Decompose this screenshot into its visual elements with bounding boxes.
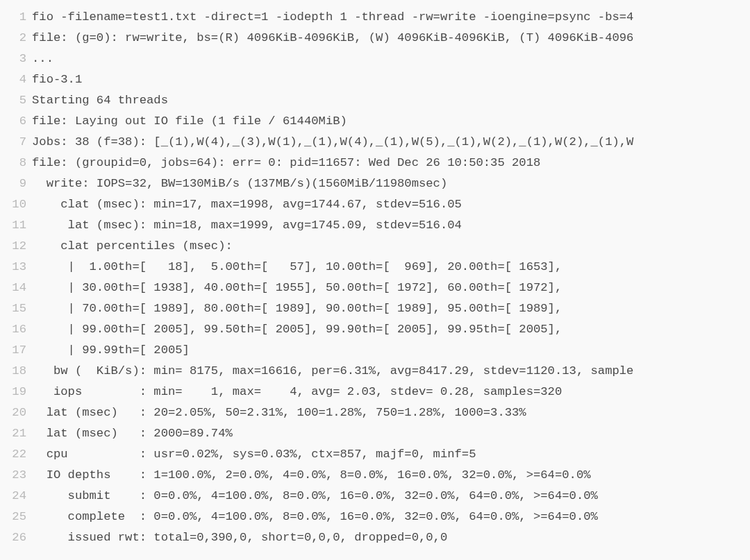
line-content: | 30.00th=[ 1938], 40.00th=[ 1955], 50.0… — [32, 278, 750, 298]
line-number: 14 — [0, 278, 32, 298]
line-content: lat (msec) : 20=2.05%, 50=2.31%, 100=1.2… — [32, 402, 750, 423]
line-content: cpu : usr=0.02%, sys=0.03%, ctx=857, maj… — [32, 444, 750, 465]
line-content: | 99.99th=[ 2005] — [32, 340, 750, 361]
line-content: lat (msec) : 2000=89.74% — [32, 423, 750, 444]
line-number: 25 — [0, 507, 32, 527]
code-line: 8file: (groupid=0, jobs=64): err= 0: pid… — [0, 153, 750, 173]
line-content: clat (msec): min=17, max=1998, avg=1744.… — [32, 194, 750, 215]
line-content: | 70.00th=[ 1989], 80.00th=[ 1989], 90.0… — [32, 298, 750, 319]
code-line: 16 | 99.00th=[ 2005], 99.50th=[ 2005], 9… — [0, 319, 750, 340]
line-number: 13 — [0, 257, 32, 278]
line-number: 15 — [0, 298, 32, 319]
code-line: 11 lat (msec): min=18, max=1999, avg=174… — [0, 215, 750, 236]
line-number: 9 — [0, 173, 32, 194]
line-number: 2 — [0, 28, 32, 49]
code-block: 1fio -filename=test1.txt -direct=1 -iode… — [0, 0, 750, 548]
code-line: 26 issued rwt: total=0,390,0, short=0,0,… — [0, 527, 750, 548]
line-content: issued rwt: total=0,390,0, short=0,0,0, … — [32, 527, 750, 548]
line-content: file: (g=0): rw=write, bs=(R) 4096KiB-40… — [32, 28, 750, 49]
line-content: fio -filename=test1.txt -direct=1 -iodep… — [32, 7, 750, 28]
code-line: 5Starting 64 threads — [0, 90, 750, 111]
line-content: Jobs: 38 (f=38): [_(1),W(4),_(3),W(1),_(… — [32, 132, 750, 153]
line-number: 18 — [0, 361, 32, 382]
line-content: file: Laying out IO file (1 file / 61440… — [32, 111, 750, 132]
code-line: 23 IO depths : 1=100.0%, 2=0.0%, 4=0.0%,… — [0, 465, 750, 486]
code-line: 21 lat (msec) : 2000=89.74% — [0, 423, 750, 444]
line-content: write: IOPS=32, BW=130MiB/s (137MB/s)(15… — [32, 173, 750, 194]
line-content: submit : 0=0.0%, 4=100.0%, 8=0.0%, 16=0.… — [32, 486, 750, 507]
code-line: 10 clat (msec): min=17, max=1998, avg=17… — [0, 194, 750, 215]
line-number: 8 — [0, 153, 32, 173]
code-line: 4fio-3.1 — [0, 69, 750, 90]
code-line: 1fio -filename=test1.txt -direct=1 -iode… — [0, 7, 750, 28]
line-content: | 99.00th=[ 2005], 99.50th=[ 2005], 99.9… — [32, 319, 750, 340]
line-number: 17 — [0, 340, 32, 361]
line-number: 10 — [0, 194, 32, 215]
code-line: 22 cpu : usr=0.02%, sys=0.03%, ctx=857, … — [0, 444, 750, 465]
line-number: 6 — [0, 111, 32, 132]
line-number: 16 — [0, 319, 32, 340]
line-number: 24 — [0, 486, 32, 507]
line-number: 12 — [0, 236, 32, 257]
code-line: 12 clat percentiles (msec): — [0, 236, 750, 257]
code-line: 24 submit : 0=0.0%, 4=100.0%, 8=0.0%, 16… — [0, 486, 750, 507]
line-number: 19 — [0, 382, 32, 402]
line-number: 4 — [0, 69, 32, 90]
code-line: 13 | 1.00th=[ 18], 5.00th=[ 57], 10.00th… — [0, 257, 750, 278]
code-line: 17 | 99.99th=[ 2005] — [0, 340, 750, 361]
line-content: IO depths : 1=100.0%, 2=0.0%, 4=0.0%, 8=… — [32, 465, 750, 486]
line-content: complete : 0=0.0%, 4=100.0%, 8=0.0%, 16=… — [32, 507, 750, 527]
line-content: ... — [32, 49, 750, 69]
code-line: 7Jobs: 38 (f=38): [_(1),W(4),_(3),W(1),_… — [0, 132, 750, 153]
code-line: 14 | 30.00th=[ 1938], 40.00th=[ 1955], 5… — [0, 278, 750, 298]
code-line: 9 write: IOPS=32, BW=130MiB/s (137MB/s)(… — [0, 173, 750, 194]
line-number: 26 — [0, 527, 32, 548]
line-content: file: (groupid=0, jobs=64): err= 0: pid=… — [32, 153, 750, 173]
line-number: 3 — [0, 49, 32, 69]
line-content: lat (msec): min=18, max=1999, avg=1745.0… — [32, 215, 750, 236]
code-line: 20 lat (msec) : 20=2.05%, 50=2.31%, 100=… — [0, 402, 750, 423]
code-line: 19 iops : min= 1, max= 4, avg= 2.03, std… — [0, 382, 750, 402]
code-line: 6file: Laying out IO file (1 file / 6144… — [0, 111, 750, 132]
line-content: fio-3.1 — [32, 69, 750, 90]
line-content: bw ( KiB/s): min= 8175, max=16616, per=6… — [32, 361, 750, 382]
line-number: 21 — [0, 423, 32, 444]
line-number: 5 — [0, 90, 32, 111]
code-line: 18 bw ( KiB/s): min= 8175, max=16616, pe… — [0, 361, 750, 382]
line-number: 20 — [0, 402, 32, 423]
line-content: | 1.00th=[ 18], 5.00th=[ 57], 10.00th=[ … — [32, 257, 750, 278]
code-line: 2file: (g=0): rw=write, bs=(R) 4096KiB-4… — [0, 28, 750, 49]
line-number: 7 — [0, 132, 32, 153]
code-line: 3... — [0, 49, 750, 69]
line-content: iops : min= 1, max= 4, avg= 2.03, stdev=… — [32, 382, 750, 402]
code-line: 25 complete : 0=0.0%, 4=100.0%, 8=0.0%, … — [0, 507, 750, 527]
line-content: clat percentiles (msec): — [32, 236, 750, 257]
line-number: 22 — [0, 444, 32, 465]
line-content: Starting 64 threads — [32, 90, 750, 111]
line-number: 23 — [0, 465, 32, 486]
line-number: 11 — [0, 215, 32, 236]
code-line: 15 | 70.00th=[ 1989], 80.00th=[ 1989], 9… — [0, 298, 750, 319]
line-number: 1 — [0, 7, 32, 28]
